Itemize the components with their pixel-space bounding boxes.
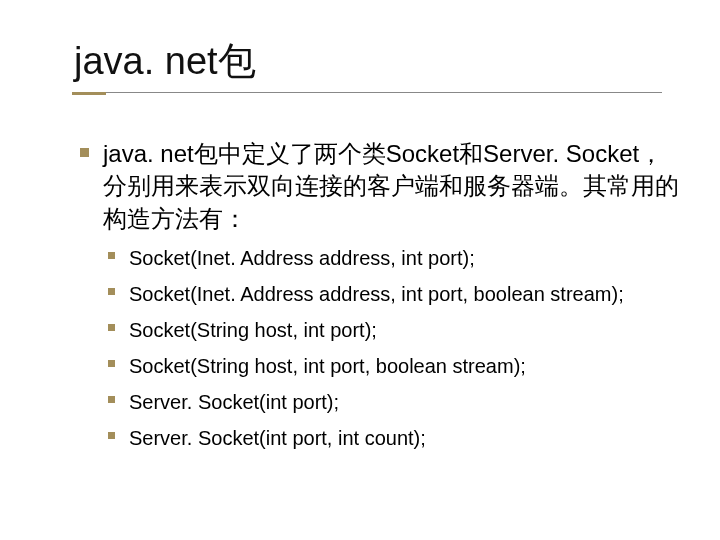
level2-text: Socket(Inet. Address address, int port, … xyxy=(129,279,680,309)
level2-text: Server. Socket(int port, int count); xyxy=(129,423,680,453)
square-bullet-icon xyxy=(108,324,115,331)
bullet-level2: Server. Socket(int port); xyxy=(108,387,680,417)
level2-text: Socket(String host, int port, boolean st… xyxy=(129,351,680,381)
content-area: java. net包中定义了两个类Socket和Server. Socket，分… xyxy=(80,138,680,459)
title-underline xyxy=(106,92,662,93)
square-bullet-icon xyxy=(80,148,89,157)
level2-text: Socket(Inet. Address address, int port); xyxy=(129,243,680,273)
square-bullet-icon xyxy=(108,396,115,403)
level1-text: java. net包中定义了两个类Socket和Server. Socket，分… xyxy=(103,138,680,235)
level2-text: Server. Socket(int port); xyxy=(129,387,680,417)
level2-text: Socket(String host, int port); xyxy=(129,315,680,345)
slide-title: java. net包 xyxy=(74,42,256,80)
bullet-level2: Server. Socket(int port, int count); xyxy=(108,423,680,453)
bullet-level2: Socket(Inet. Address address, int port, … xyxy=(108,279,680,309)
bullet-level1: java. net包中定义了两个类Socket和Server. Socket，分… xyxy=(80,138,680,235)
square-bullet-icon xyxy=(108,360,115,367)
square-bullet-icon xyxy=(108,252,115,259)
bullet-level2: Socket(String host, int port); xyxy=(108,315,680,345)
bullet-level2: Socket(Inet. Address address, int port); xyxy=(108,243,680,273)
square-bullet-icon xyxy=(108,288,115,295)
square-bullet-icon xyxy=(108,432,115,439)
slide: java. net包 java. net包中定义了两个类Socket和Serve… xyxy=(0,0,720,540)
title-underline-accent xyxy=(72,92,106,95)
title-area: java. net包 xyxy=(74,42,256,80)
bullet-level2: Socket(String host, int port, boolean st… xyxy=(108,351,680,381)
sublist: Socket(Inet. Address address, int port);… xyxy=(108,243,680,453)
